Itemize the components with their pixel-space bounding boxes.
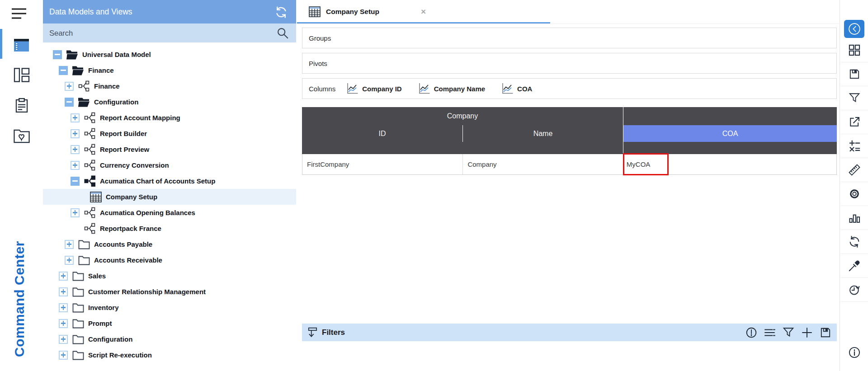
refresh-icon[interactable] <box>274 5 288 19</box>
refresh-icon[interactable] <box>840 230 868 254</box>
expand-toggle[interactable] <box>71 129 80 138</box>
expand-toggle[interactable] <box>65 82 74 91</box>
collapse-toggle[interactable] <box>59 66 68 75</box>
tree-item-label: Configuration <box>88 335 132 343</box>
collapse-toggle[interactable] <box>53 50 62 59</box>
cell-name[interactable]: Company <box>462 154 623 174</box>
expand-toggle[interactable] <box>59 272 68 281</box>
save-icon[interactable] <box>840 62 868 86</box>
column-header-id[interactable]: ID <box>302 125 462 142</box>
history-icon[interactable] <box>840 277 868 302</box>
tree-item-configuration[interactable]: Configuration <box>43 94 296 110</box>
hamburger-menu-icon[interactable] <box>11 7 27 20</box>
data-models-panel: Data Models and Views Universal Data Mod… <box>43 0 297 371</box>
line-chart-icon <box>418 83 430 94</box>
expand-toggle[interactable] <box>71 113 80 122</box>
list-icon[interactable] <box>764 327 776 338</box>
groups-drop-zone[interactable]: Groups <box>302 28 837 48</box>
chart-icon[interactable] <box>840 206 868 230</box>
tree-item-universal-data-model[interactable]: Universal Data Model <box>43 47 296 62</box>
expand-toggle[interactable] <box>59 287 68 296</box>
settings-icon[interactable] <box>840 182 868 206</box>
columns-drop-zone[interactable]: Columns Company IDCompany NameCOA <box>302 78 837 99</box>
ruler-icon[interactable] <box>840 158 868 182</box>
close-icon[interactable]: × <box>421 7 426 16</box>
collapse-panel-button[interactable] <box>844 20 864 38</box>
nav-favorites-folder-icon[interactable] <box>0 127 43 145</box>
search-icon[interactable] <box>276 27 289 39</box>
search-input[interactable] <box>43 28 267 38</box>
column-chip-company-name[interactable]: Company Name <box>418 83 485 94</box>
tree-item-sales[interactable]: Sales <box>43 268 296 284</box>
expand-toggle[interactable] <box>71 208 80 217</box>
tree-item-reportpack-france[interactable]: Reportpack France <box>43 221 296 236</box>
expand-toggle[interactable] <box>59 335 68 344</box>
folder-closed-icon <box>72 350 84 361</box>
tree-item-acumatica-chart-of-accounts-setup[interactable]: Acumatica Chart of Accounts Setup <box>43 173 296 189</box>
expand-toggle[interactable] <box>65 256 74 265</box>
table-sub-header-row: ID Name COA <box>302 125 837 142</box>
plus-icon[interactable] <box>801 327 813 338</box>
model-icon <box>84 160 96 171</box>
search-bar <box>43 23 296 42</box>
column-chips: Company IDCompany NameCOA <box>346 83 532 94</box>
tree-item-configuration[interactable]: Configuration <box>43 331 296 347</box>
column-header-coa[interactable]: COA <box>623 125 837 142</box>
folder-closed-icon <box>72 318 84 329</box>
column-header-name[interactable]: Name <box>462 125 623 142</box>
collapse-toggle[interactable] <box>71 177 80 186</box>
filter-icon[interactable] <box>840 86 868 110</box>
tree-item-inventory[interactable]: Inventory <box>43 300 296 315</box>
tree-item-label: Report Preview <box>100 146 149 153</box>
column-chip-company-id[interactable]: Company ID <box>346 83 402 94</box>
model-icon <box>84 223 96 234</box>
tree-item-prompt[interactable]: Prompt <box>43 315 296 331</box>
model-icon <box>84 207 96 218</box>
eyedropper-icon[interactable] <box>840 254 868 278</box>
tree-item-customer-relationship-management[interactable]: Customer Relationship Management <box>43 284 296 300</box>
panel-header: Data Models and Views <box>43 0 296 23</box>
expand-toggle[interactable] <box>71 161 80 170</box>
expand-toggle[interactable] <box>59 303 68 312</box>
tree-item-label: Accounts Receivable <box>94 256 162 264</box>
tree-item-accounts-payable[interactable]: Accounts Payable <box>43 236 296 252</box>
filters-bar[interactable]: Filters <box>302 324 837 341</box>
tree-item-accounts-receivable[interactable]: Accounts Receivable <box>43 252 296 268</box>
expand-toggle[interactable] <box>59 319 68 328</box>
nav-data-models-icon[interactable] <box>0 36 43 54</box>
filter-down-icon <box>307 327 318 338</box>
cell-id[interactable]: FirstCompany <box>302 154 462 174</box>
tree-item-report-builder[interactable]: Report Builder <box>43 126 296 141</box>
nav-clipboard-icon[interactable] <box>0 96 43 114</box>
filter-icon[interactable] <box>783 327 794 338</box>
collapse-toggle[interactable] <box>65 98 74 107</box>
column-chip-coa[interactable]: COA <box>501 83 532 94</box>
expand-toggle[interactable] <box>65 240 74 249</box>
tree-item-company-setup[interactable]: Company Setup <box>43 189 296 205</box>
cell-value: MyCOA <box>627 160 651 168</box>
tab-strip: Company Setup × <box>296 0 840 24</box>
tree-item-currency-conversion[interactable]: Currency Conversion <box>43 157 296 173</box>
expand-toggle[interactable] <box>71 145 80 154</box>
tree-item-script-re-execution[interactable]: Script Re-execution <box>43 347 296 363</box>
tree-item-acumatica-opening-balances[interactable]: Acumatica Opening Balances <box>43 205 296 221</box>
tab-company-setup[interactable]: Company Setup × <box>302 0 433 23</box>
info-icon[interactable] <box>840 340 868 364</box>
export-share-icon[interactable] <box>840 110 868 134</box>
grid-layout-icon[interactable] <box>840 38 868 62</box>
alert-circle-icon[interactable] <box>745 327 757 338</box>
left-icon-rail: Command Center <box>0 0 43 371</box>
tree-item-report-preview[interactable]: Report Preview <box>43 141 296 157</box>
pivots-drop-zone[interactable]: Pivots <box>302 53 837 74</box>
tree-item-finance[interactable]: Finance <box>43 78 296 94</box>
expand-toggle[interactable] <box>59 351 68 360</box>
tree-item-finance[interactable]: Finance <box>43 62 296 78</box>
nav-page-layout-icon[interactable] <box>0 66 43 84</box>
selected-cell-highlight[interactable]: MyCOA <box>623 153 669 175</box>
save-icon[interactable] <box>820 327 831 338</box>
calculations-icon[interactable] <box>840 134 868 158</box>
folder-open-icon <box>78 97 90 108</box>
tree-item-report-account-mapping[interactable]: Report Account Mapping <box>43 110 296 126</box>
cell-coa[interactable]: MyCOA <box>623 154 836 174</box>
groups-label: Groups <box>309 34 331 42</box>
